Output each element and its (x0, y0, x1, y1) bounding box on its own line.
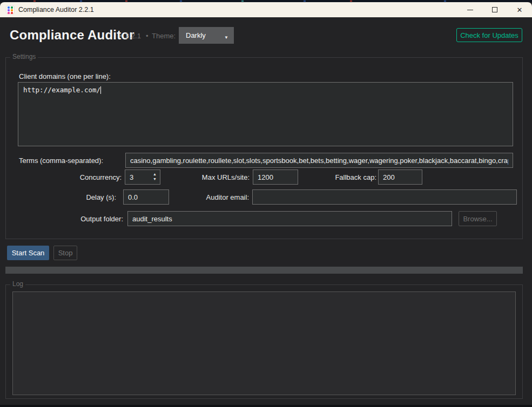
app-icon-dot (8, 12, 10, 14)
spinner-up-button[interactable]: ▲ (153, 172, 157, 177)
max-urls-label: Max URLs/site: (178, 173, 250, 181)
concurrency-label: Concurrency: (18, 173, 122, 181)
minimize-icon (467, 10, 473, 10)
progress-bar (5, 267, 523, 274)
artifact-speck (80, 1, 82, 2)
delay-input[interactable] (123, 189, 169, 205)
maximize-button[interactable] (482, 2, 507, 17)
maximize-icon (492, 7, 497, 12)
browse-button[interactable]: Browse... (459, 211, 497, 226)
auditor-email-label: Auditor email: (178, 193, 249, 201)
artifact-speck (241, 1, 244, 2)
fallback-cap-input[interactable] (378, 169, 422, 185)
artifact-speck (444, 1, 446, 2)
window-controls: ✕ (457, 2, 532, 17)
page-title: Compliance Auditor (10, 28, 134, 43)
output-folder-input[interactable] (127, 211, 452, 226)
theme-selected-value: Darkly (186, 31, 206, 39)
delay-label: Delay (s): (18, 193, 116, 201)
app-icon-dot (11, 6, 13, 9)
theme-select[interactable]: Darkly ▼ (179, 27, 234, 44)
titlebar[interactable]: Compliance Auditor 2.2.1 ✕ (0, 2, 532, 17)
output-folder-label: Output folder: (18, 215, 123, 223)
app-icon (6, 5, 15, 14)
start-scan-button[interactable]: Start Scan (7, 246, 49, 260)
close-icon: ✕ (517, 6, 523, 13)
terms-input[interactable] (125, 153, 513, 168)
app-icon-dot (8, 6, 10, 9)
minimize-button[interactable] (457, 2, 482, 17)
terms-label: Terms (comma-separated): (19, 157, 103, 165)
log-group-label: Log (10, 280, 25, 288)
separator-dot: • (119, 32, 122, 40)
desktop-background-strip (0, 0, 532, 2)
version-text: 2.2.1 (125, 32, 141, 40)
text-cursor (100, 86, 101, 94)
window-title: Compliance Auditor 2.2.1 (18, 2, 94, 17)
client-domains-textarea[interactable]: http://example.com/ (18, 82, 513, 146)
spinner-down-button[interactable]: ▼ (153, 177, 157, 181)
app-icon-dot (11, 9, 13, 11)
app-window: Compliance Auditor 2.2.1 ✕ Compliance Au… (0, 0, 532, 407)
artifact-speck (350, 1, 352, 2)
concurrency-stepper[interactable]: ▲ ▼ (125, 169, 160, 185)
desktop-bottom-strip (0, 405, 532, 407)
app-icon-dot (8, 9, 10, 11)
concurrency-input[interactable] (125, 170, 149, 184)
artifact-speck (33, 1, 36, 2)
theme-label: Theme: (152, 32, 176, 40)
separator-dot: • (146, 32, 149, 40)
max-urls-input[interactable] (253, 169, 298, 185)
check-updates-button[interactable]: Check for Updates (456, 28, 522, 42)
artifact-speck (125, 1, 127, 2)
client-domains-label: Client domains (one per line): (19, 72, 111, 80)
client-domains-text: http://example.com/ (23, 86, 100, 94)
close-button[interactable]: ✕ (507, 2, 532, 17)
fallback-cap-label: Fallback cap: (305, 173, 376, 181)
artifact-speck (180, 1, 182, 2)
settings-group-label: Settings (10, 53, 38, 60)
app-icon-dot (11, 12, 13, 14)
chevron-down-icon: ▼ (224, 35, 228, 40)
artifact-speck (304, 1, 306, 2)
auditor-email-input[interactable] (252, 189, 517, 205)
stop-button[interactable]: Stop (53, 246, 77, 260)
log-output[interactable] (12, 291, 516, 395)
spinner-arrows: ▲ ▼ (153, 172, 157, 181)
